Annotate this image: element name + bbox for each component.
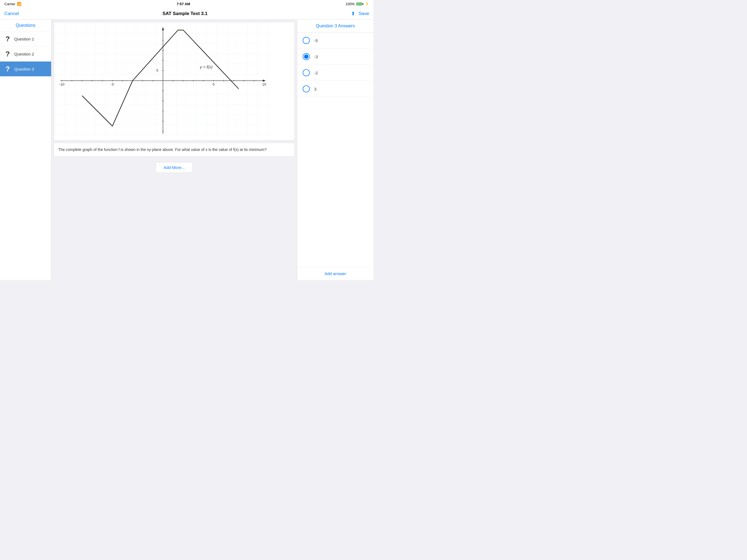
question-mark-q1: ?	[4, 35, 11, 42]
question-text-box: The complete graph of the function f is …	[54, 143, 295, 157]
question-mark-q3: ?	[4, 65, 11, 73]
right-panel-header: Question 3 Answers	[297, 20, 374, 32]
nav-bar: Cancel SAT Sample Test 3.1 ⬆ Save	[0, 8, 374, 20]
content-area: -10 -5 5 10 5	[51, 20, 297, 280]
svg-text:-5: -5	[111, 82, 114, 86]
svg-text:10: 10	[262, 82, 266, 86]
question-mark-q2: ?	[4, 50, 11, 57]
add-more-container: Add More...	[51, 159, 297, 176]
add-answer-button[interactable]: Add answer	[325, 271, 346, 276]
answer-text-2: -3	[314, 54, 318, 59]
radio-circle-4[interactable]	[303, 85, 310, 93]
sidebar-item-label-q3: Question 3	[14, 67, 34, 71]
graph-svg-wrapper: -10 -5 5 10 5	[54, 22, 294, 140]
share-icon[interactable]: ⬆	[351, 11, 355, 17]
status-time: 7:57 AM	[177, 2, 190, 6]
sidebar-item-q1[interactable]: ? Question 1	[0, 31, 51, 47]
sidebar-item-q2[interactable]: ? Question 2	[0, 47, 51, 61]
radio-circle-3[interactable]	[303, 69, 310, 76]
save-button[interactable]: Save	[358, 11, 369, 17]
radio-circle-2[interactable]	[303, 53, 310, 60]
answer-item-1[interactable]: -5	[297, 32, 374, 49]
sidebar-header: Questions	[0, 20, 51, 31]
answer-item-4[interactable]: 3	[297, 81, 374, 97]
charging-icon: ⚡	[365, 2, 369, 6]
sidebar-header-label: Questions	[16, 23, 35, 28]
question-text: The complete graph of the function f is …	[58, 147, 266, 152]
graph-container: -10 -5 5 10 5	[54, 22, 295, 141]
svg-text:-10: -10	[59, 82, 65, 86]
radio-circle-1[interactable]	[303, 37, 310, 44]
svg-text:5: 5	[156, 68, 158, 73]
answer-item-3[interactable]: -2	[297, 65, 374, 81]
nav-right-actions: ⬆ Save	[351, 11, 369, 17]
add-answer-container: Add answer	[297, 267, 374, 280]
cancel-button[interactable]: Cancel	[4, 11, 19, 17]
carrier-label: Carrier	[4, 2, 15, 6]
sidebar: Questions ? Question 1 ? Question 2 ? Qu…	[0, 20, 51, 280]
status-right: 100% ⚡	[345, 2, 369, 6]
answer-text-4: 3	[314, 87, 316, 91]
svg-text:y = f(x): y = f(x)	[200, 65, 212, 69]
add-more-button[interactable]: Add More...	[156, 162, 193, 173]
right-panel-title: Question 3 Answers	[316, 24, 355, 28]
answer-text-1: -5	[314, 38, 318, 43]
sidebar-item-label-q2: Question 2	[14, 52, 34, 56]
answer-text-3: -2	[314, 71, 318, 75]
battery-percent: 100%	[345, 2, 355, 6]
nav-title: SAT Sample Test 3.1	[162, 11, 208, 17]
graph-svg: -10 -5 5 10 5	[55, 23, 271, 138]
right-panel: Question 3 Answers -5 -3 -2	[297, 20, 374, 280]
wifi-icon: 📶	[17, 2, 21, 6]
svg-text:5: 5	[212, 82, 214, 86]
answer-item-2[interactable]: -3	[297, 49, 374, 65]
battery-icon	[356, 2, 363, 5]
status-bar: Carrier 📶 7:57 AM 100% ⚡	[0, 0, 374, 8]
radio-inner-2	[304, 54, 308, 59]
answer-list: -5 -3 -2 3	[297, 32, 374, 267]
status-left: Carrier 📶	[4, 2, 21, 6]
main-layout: Questions ? Question 1 ? Question 2 ? Qu…	[0, 20, 374, 280]
sidebar-item-q3[interactable]: ? Question 3	[0, 61, 51, 77]
sidebar-item-label-q1: Question 1	[14, 36, 34, 41]
